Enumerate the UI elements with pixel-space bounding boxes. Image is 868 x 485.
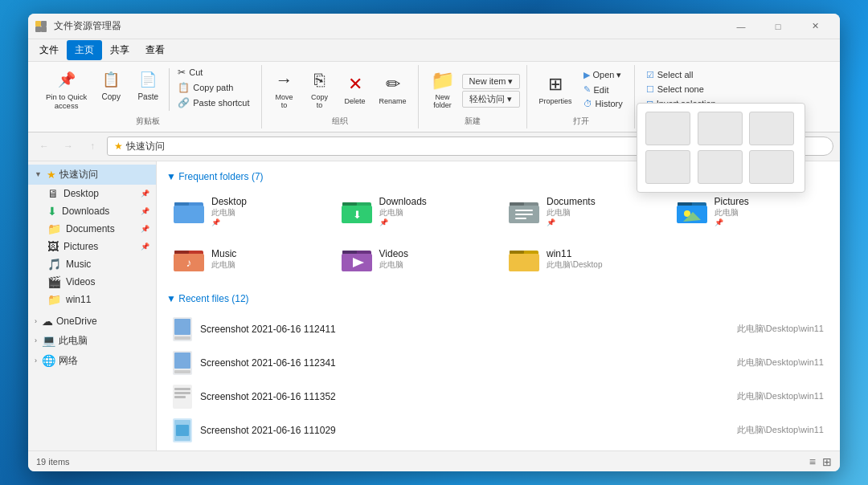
history-icon: ⏱: [583, 99, 592, 108]
menu-file[interactable]: 文件: [31, 40, 67, 60]
sidebar-item-win11[interactable]: 📁 win11: [28, 291, 156, 308]
sidebar-item-quick-access[interactable]: ▼ ★ 快速访问: [28, 165, 156, 185]
sidebar-label-onedrive: OneDrive: [56, 316, 97, 327]
open-button[interactable]: ▶ Open ▾: [579, 68, 628, 82]
recent-item-0[interactable]: Screenshot 2021-06-16 112411 此电脑\Desktop…: [166, 312, 830, 346]
rename-button[interactable]: ✏ Rename: [375, 70, 411, 108]
sidebar-item-downloads[interactable]: ⬇ Downloads 📌: [28, 202, 156, 220]
folder-item-documents[interactable]: Documents 此电脑 📌: [502, 190, 663, 232]
move-to-button[interactable]: → Moveto: [268, 66, 301, 112]
ribbon-group-clipboard: 📌 Pin to Quickaccess 📋 Copy 📄 Paste ✂ Cu…: [35, 65, 262, 128]
copy-to-icon: ⎘: [309, 69, 331, 92]
downloads-folder-icon: ⬇: [341, 195, 373, 227]
folder-item-videos[interactable]: Videos 此电脑: [334, 238, 496, 280]
pictures-folder-info: Pictures 此电脑 📌: [714, 196, 749, 226]
svg-rect-1: [41, 21, 47, 26]
cut-button[interactable]: ✂ Cut: [173, 65, 254, 79]
sidebar-item-music[interactable]: 🎵 Music: [28, 255, 156, 273]
recent-item-3[interactable]: Screenshot 2021-06-16 111029 此电脑\Desktop…: [166, 414, 830, 447]
documents-folder-info: Documents 此电脑 📌: [547, 196, 596, 226]
new-folder-button[interactable]: 📁 Newfolder: [425, 66, 461, 112]
open-small-group: ▶ Open ▾ ✎ Edit ⏱ History: [579, 68, 628, 110]
back-button[interactable]: ←: [35, 137, 54, 156]
easy-access-button[interactable]: 轻松访问 ▾: [462, 91, 521, 108]
svg-rect-40: [174, 388, 190, 390]
minimize-button[interactable]: —: [723, 14, 760, 39]
menu-home[interactable]: 主页: [67, 40, 102, 60]
copy-to-button[interactable]: ⎘ Copyto: [304, 66, 336, 112]
edit-button[interactable]: ✎ Edit: [579, 83, 628, 96]
new-item-button[interactable]: New item ▾: [462, 74, 521, 89]
clipboard-label: 剪贴板: [41, 114, 255, 128]
copy-path-button[interactable]: 📋 Copy path: [173, 80, 254, 95]
sidebar-item-documents[interactable]: 📁 Documents 📌: [28, 220, 156, 238]
content-panel: ▼ Frequent folders (7) Desktop 此电脑: [157, 161, 840, 450]
new-folder-icon: 📁: [432, 69, 454, 92]
up-button[interactable]: ↑: [83, 137, 102, 156]
copy-button[interactable]: 📋 Copy: [93, 65, 129, 104]
path-text: 快速访问: [126, 140, 165, 153]
folder-item-pictures[interactable]: Pictures 此电脑 📌: [669, 190, 831, 232]
paste-button[interactable]: 📄 Paste: [130, 65, 166, 104]
sidebar-item-onedrive[interactable]: › ☁ OneDrive: [28, 312, 156, 331]
sidebar-item-videos[interactable]: 🎬 Videos: [28, 273, 156, 291]
pictures-icon: 🖼: [47, 240, 59, 253]
folder-item-win11[interactable]: win11 此电脑\Desktop: [502, 238, 663, 280]
thumb-2[interactable]: [698, 112, 743, 145]
svg-rect-34: [174, 319, 190, 335]
thumb-6[interactable]: [749, 150, 794, 184]
svg-rect-18: [678, 202, 692, 206]
menu-bar: 文件 主页 共享 查看: [28, 39, 840, 62]
thumb-5[interactable]: [698, 150, 743, 184]
select-none-button[interactable]: ☐ Select none: [641, 83, 721, 96]
win11-folder-icon: [508, 243, 540, 275]
select-none-icon: ☐: [646, 84, 654, 95]
svg-rect-14: [515, 210, 533, 211]
svg-rect-37: [174, 353, 190, 369]
organize-buttons: → Moveto ⎘ Copyto ✕ Delete ✏ Rename: [268, 65, 411, 114]
recent-arrow: ▼: [166, 293, 178, 304]
recent-name-1: Screenshot 2021-06-16 112341: [200, 357, 729, 369]
sidebar-item-pictures[interactable]: 🖼 Pictures 📌: [28, 238, 156, 255]
folder-item-desktop[interactable]: Desktop 此电脑 📌: [166, 190, 328, 232]
menu-share[interactable]: 共享: [102, 40, 137, 60]
svg-rect-27: [342, 251, 357, 254]
close-button[interactable]: ✕: [796, 14, 833, 39]
recent-path-0: 此电脑\Desktop\win11: [737, 323, 824, 335]
expand-network: ›: [35, 357, 37, 365]
sidebar-item-desktop[interactable]: 🖥 Desktop 📌: [28, 185, 156, 202]
folder-item-music[interactable]: ♪ Music 此电脑: [166, 238, 328, 280]
sidebar-item-network[interactable]: › 🌐 网络: [28, 351, 156, 371]
paste-shortcut-button[interactable]: 🔗 Paste shortcut: [173, 96, 254, 110]
recent-path-1: 此电脑\Desktop\win11: [737, 357, 824, 369]
properties-button[interactable]: ⊞ Properties: [534, 70, 576, 108]
thumb-3[interactable]: [749, 112, 794, 145]
star-icon: ★: [114, 141, 123, 152]
recent-item-2[interactable]: Screenshot 2021-06-16 111352 此电脑\Desktop…: [166, 380, 830, 414]
grid-view-icon[interactable]: ⊞: [822, 455, 832, 468]
svg-rect-5: [174, 202, 189, 206]
recent-item-1[interactable]: Screenshot 2021-06-16 112341 此电脑\Desktop…: [166, 346, 830, 380]
history-button[interactable]: ⏱ History: [579, 97, 628, 110]
list-view-icon[interactable]: ≡: [809, 455, 816, 468]
svg-rect-2: [35, 26, 41, 32]
window-controls: — □ ✕: [723, 14, 833, 39]
thumb-1[interactable]: [645, 112, 690, 145]
svg-rect-42: [174, 396, 186, 398]
properties-icon: ⊞: [544, 73, 567, 96]
address-path[interactable]: ★ 快速访问: [107, 137, 655, 156]
forward-button[interactable]: →: [59, 137, 78, 156]
maximize-button[interactable]: □: [760, 14, 796, 39]
sidebar-label-quick-access: 快速访问: [59, 168, 98, 181]
sidebar-item-thispc[interactable]: › 💻 此电脑: [28, 331, 156, 351]
delete-icon: ✕: [344, 73, 366, 96]
recent-path-3: 此电脑\Desktop\win11: [737, 424, 824, 436]
folder-item-downloads[interactable]: ⬇ Downloads 此电脑 📌: [334, 190, 496, 232]
menu-view[interactable]: 查看: [137, 40, 173, 60]
thumb-4[interactable]: [645, 150, 690, 184]
pin-to-quick-access-button[interactable]: 📌 Pin to Quickaccess: [41, 65, 92, 114]
delete-button[interactable]: ✕ Delete: [339, 70, 371, 108]
select-all-button[interactable]: ☑ Select all: [641, 68, 721, 82]
documents-icon: 📁: [47, 222, 61, 235]
pin-indicator-doc: 📌: [141, 225, 149, 233]
